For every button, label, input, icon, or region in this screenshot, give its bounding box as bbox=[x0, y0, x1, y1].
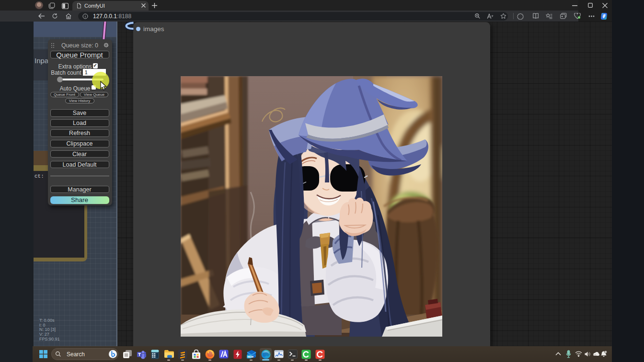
svg-text:NEW: NEW bbox=[247, 355, 254, 358]
